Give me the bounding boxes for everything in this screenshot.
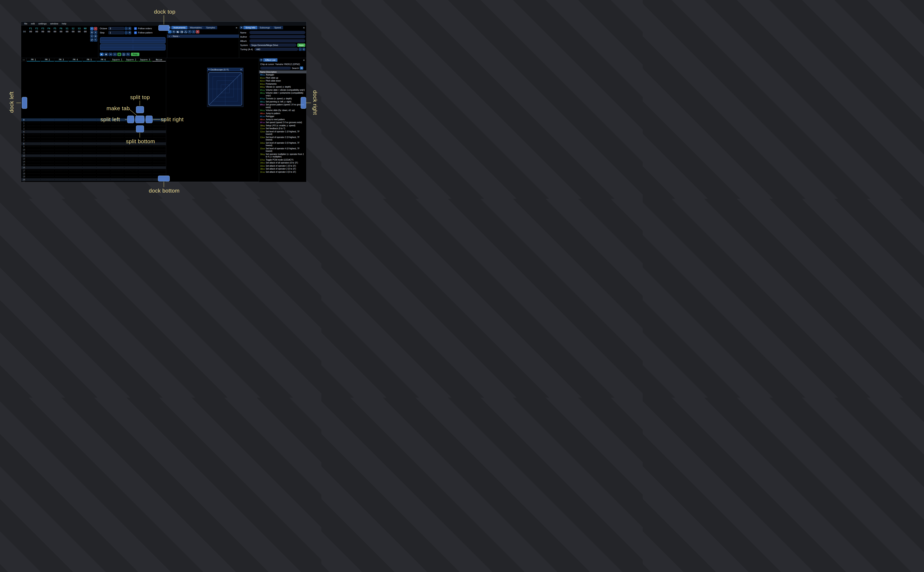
pattern-cell[interactable]: ················ (68, 164, 82, 166)
menu-item-window[interactable]: window (49, 22, 60, 25)
pattern-cell[interactable]: ················ (138, 170, 152, 172)
split-target-right[interactable] (146, 116, 153, 123)
effect-row-15xx[interactable]: 15xxSet level of operator 4 (0 highest, … (259, 147, 306, 153)
pattern-cell[interactable]: ················ (82, 164, 96, 166)
pattern-cell[interactable]: ················ (41, 155, 55, 157)
menu-item-settings[interactable]: settings (37, 22, 48, 25)
channel-header-fm-6[interactable]: FM 6 (96, 58, 110, 61)
pattern-cell[interactable]: ················ (68, 179, 82, 180)
pattern-cell[interactable]: ················ (124, 166, 138, 168)
pattern-cell[interactable]: ················ (41, 140, 55, 142)
stop-button[interactable]: ↓ (113, 53, 117, 56)
pattern-cell[interactable]: ················ (82, 128, 96, 130)
channel-header-square-1[interactable]: Square 1 (110, 58, 124, 61)
pattern-cell[interactable]: ················ (96, 128, 110, 130)
pattern-cell[interactable]: ················ (96, 125, 110, 127)
pattern-cell[interactable]: ················ (82, 152, 96, 154)
pattern-cell[interactable]: ················ (138, 152, 152, 154)
pattern-cell[interactable]: ················ (138, 173, 152, 174)
pattern-cell[interactable]: ················ (54, 143, 68, 145)
orders-cell[interactable]: 00 (64, 30, 70, 33)
pattern-cell[interactable]: ················ (26, 149, 41, 151)
pattern-cell[interactable]: ················ (82, 149, 96, 151)
pattern-cell[interactable]: ················ (82, 134, 96, 136)
pattern-cell[interactable]: ················ (152, 131, 166, 133)
pattern-cell[interactable]: ················ (152, 161, 166, 163)
orders-cell[interactable]: 00 (40, 30, 46, 33)
duplicate-order-button[interactable]: ⧉ (90, 31, 93, 34)
add-order-button[interactable]: + (90, 27, 93, 30)
pattern-cell[interactable]: ················ (110, 149, 124, 151)
pattern-row-17[interactable]: 17······································… (21, 169, 166, 172)
pattern-cell[interactable]: ················ (110, 179, 124, 180)
pattern-cell[interactable]: ················ (68, 173, 82, 174)
pattern-cell[interactable]: ················ (124, 134, 138, 136)
pattern-cell[interactable]: ················ (124, 155, 138, 157)
menu-item-edit[interactable]: edit (30, 22, 36, 25)
pattern-cell[interactable]: ················ (82, 125, 96, 127)
pattern-cell[interactable]: ················ (96, 134, 110, 136)
effect-row-1axx[interactable]: 1AxxSet attack of operator 1 (0 to 1F) (259, 165, 306, 168)
pattern-cell[interactable]: ················ (26, 173, 41, 174)
name-input[interactable] (249, 31, 305, 34)
pattern-cell[interactable]: ················ (68, 149, 82, 151)
pattern-cell[interactable]: ················ (54, 128, 68, 130)
order-edit-cursor-button[interactable]: ↖ (94, 38, 97, 42)
orders-cell[interactable]: 00 (76, 30, 82, 33)
open-instrument-button[interactable] (176, 30, 179, 33)
pattern-cell[interactable]: ················ (82, 122, 96, 124)
pattern-cell[interactable]: ················ (96, 166, 110, 168)
pattern-cell[interactable]: ················ (124, 170, 138, 172)
pattern-cell[interactable]: ················ (82, 146, 96, 148)
pattern-cell[interactable]: ················ (82, 182, 96, 182)
pattern-cell[interactable]: ················ (68, 128, 82, 130)
pattern-cell[interactable]: ················ (110, 166, 124, 168)
menu-item-file[interactable]: file (23, 22, 29, 25)
pattern-cell[interactable]: ················ (54, 176, 68, 177)
pattern-cell[interactable]: ················ (26, 140, 41, 142)
tab-instruments[interactable]: Instruments (171, 26, 187, 29)
duplicate-order-to-end-button[interactable]: ⇊ (94, 34, 97, 38)
pattern-row-20[interactable]: 20······································… (21, 178, 166, 181)
poly-toggle-button[interactable]: Poly (131, 53, 139, 56)
effect-row-05xy[interactable]: 05xyVolume slide + vibrato (compatibilit… (259, 89, 306, 92)
dock-target-left[interactable] (22, 97, 27, 109)
pattern-cell[interactable]: ················ (82, 170, 96, 172)
effect-row-0dxx[interactable]: 0DxxJump to next pattern (259, 118, 306, 121)
pattern-row-4[interactable]: 4·······································… (21, 130, 166, 133)
pattern-cell[interactable]: ················ (54, 122, 68, 124)
pattern-row-14[interactable]: 14······································… (21, 160, 166, 163)
channel-header-fm-5[interactable]: FM 5 (82, 58, 96, 61)
pattern-cell[interactable]: ················ (26, 182, 41, 182)
tuning-input[interactable]: 440 (254, 48, 298, 51)
pattern-cell[interactable]: ················ (41, 137, 55, 138)
instrument-list-item[interactable]: ○- None - (167, 34, 239, 38)
pattern-row-21[interactable]: 21······································… (21, 181, 166, 182)
pattern-cell[interactable]: ················ (68, 182, 82, 182)
orders-cell[interactable]: 00 (82, 30, 88, 33)
pattern-cell[interactable]: ················ (54, 182, 68, 182)
pattern-cell[interactable]: ················ (68, 161, 82, 163)
tab-song-info[interactable]: Song Info (243, 26, 257, 29)
pattern-row-9[interactable]: 9·······································… (21, 145, 166, 148)
effect-row-1bxx[interactable]: 1BxxSet attack of operator 2 (0 to 1F) (259, 168, 306, 171)
step-decrease-button[interactable]: - (125, 31, 128, 34)
author-input[interactable] (249, 35, 305, 38)
effect-row-1cxx[interactable]: 1CxxSet attack of operator 3 (0 to 1F) (259, 171, 306, 174)
effect-row-19xx[interactable]: 19xxSet attack of all operators (0 to 1F… (259, 162, 306, 165)
pattern-cell[interactable]: ················ (96, 143, 110, 145)
channel-header-fm-1[interactable]: FM 1 (26, 58, 41, 61)
pattern-cell[interactable]: ················ (82, 166, 96, 168)
pattern-cell[interactable]: ················ (110, 176, 124, 177)
pattern-cell[interactable]: ················ (82, 155, 96, 157)
pattern-cell[interactable]: ················ (152, 170, 166, 172)
follow-pattern-checkbox[interactable]: ✓ Follow pattern (134, 31, 153, 34)
effect-row-0fxx[interactable]: 0FxxSet speed (speed 2 if no grooves exi… (259, 121, 306, 124)
move-order-up-button[interactable]: ∧ (94, 31, 97, 34)
duplicate-instrument-button[interactable]: ⧉ (172, 30, 176, 33)
pattern-cell[interactable]: ················ (96, 155, 110, 157)
pattern-cell[interactable]: ················ (26, 152, 41, 154)
effect-row-08xy[interactable]: 08xySet panning (x: left; y: right) (259, 100, 306, 104)
pattern-cell[interactable]: ················ (96, 173, 110, 174)
effect-row-01xx[interactable]: 01xxPitch slide up (259, 76, 306, 80)
